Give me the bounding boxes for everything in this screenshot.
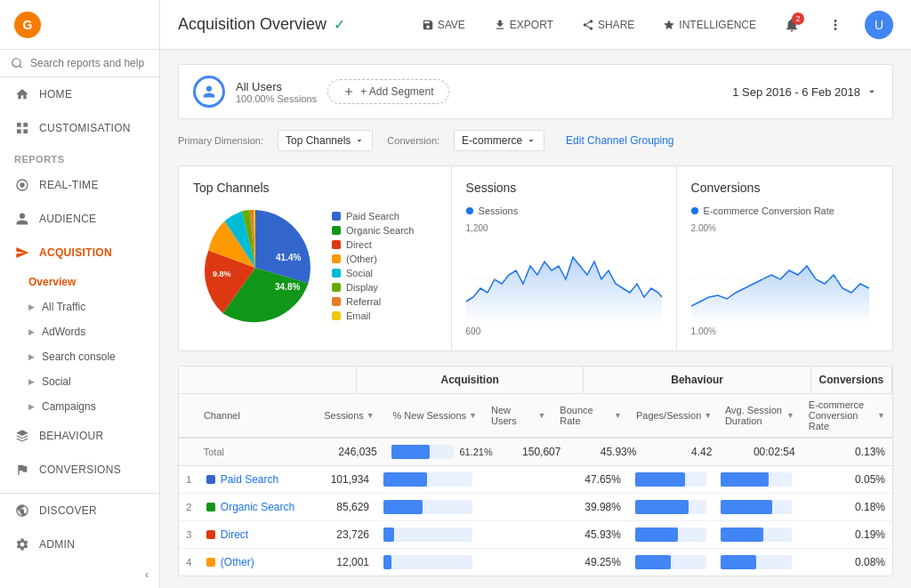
verified-badge: ✓	[334, 16, 345, 33]
sidebar-sub-overview[interactable]: Overview	[0, 270, 159, 294]
share-button[interactable]: SHARE	[575, 15, 641, 35]
row-channel-2: Organic Search	[199, 494, 306, 520]
channel-link-direct[interactable]: Direct	[221, 528, 248, 541]
main-content: Acquisition Overview ✓ SAVE EXPORT SHARE…	[160, 0, 911, 588]
sidebar-bottom: DISCOVER ADMIN ‹	[0, 493, 159, 588]
row-sessions-4: 12,001	[306, 549, 376, 576]
conv-y-max: 2.00%	[691, 223, 878, 233]
sidebar-item-realtime[interactable]: REAL-TIME	[0, 168, 159, 202]
row-pages-bar-4	[628, 550, 713, 575]
row-new-sessions-bar-1	[376, 467, 480, 492]
sidebar-item-home[interactable]: HOME	[0, 77, 159, 111]
search-bar[interactable]	[0, 50, 159, 77]
sessions-col-header[interactable]: Sessions ▼	[317, 394, 385, 437]
top-bar: Acquisition Overview ✓ SAVE EXPORT SHARE…	[160, 0, 911, 50]
legend-item-direct: Direct	[332, 239, 414, 250]
edit-channel-grouping-link[interactable]: Edit Channel Grouping	[566, 134, 673, 147]
sidebar-sub-campaigns-label: Campaigns	[42, 400, 96, 413]
intelligence-icon	[663, 19, 675, 31]
primary-dimension-value: Top Channels	[286, 134, 351, 147]
legend-item-social: Social	[332, 268, 414, 278]
sidebar-item-admin[interactable]: ADMIN	[0, 528, 159, 561]
svg-point-0	[12, 59, 20, 67]
notification-button[interactable]: 2	[778, 11, 806, 39]
row-bounce-3: 45.93%	[550, 521, 628, 548]
sidebar-sub-alltraffic[interactable]: ▶ All Traffic	[0, 294, 159, 319]
date-range-text: 1 Sep 2016 - 6 Feb 2018	[732, 85, 860, 99]
date-range-picker[interactable]: 1 Sep 2016 - 6 Feb 2018	[732, 85, 878, 99]
conversion-dropdown-icon	[526, 135, 536, 146]
total-label: Total	[197, 439, 316, 464]
more-options-button[interactable]	[820, 13, 851, 36]
table-col-headers: Channel Sessions ▼ % New Sessions ▼ New …	[179, 394, 892, 439]
row-new-users-2	[480, 500, 550, 514]
total-new-users: 150,607	[500, 439, 568, 465]
conversions-legend: E-commerce Conversion Rate	[691, 205, 878, 216]
svg-rect-4	[17, 129, 21, 133]
row-sessions-3: 23,726	[306, 521, 376, 548]
conversions-panel: Conversions E-commerce Conversion Rate 2…	[677, 166, 892, 350]
intelligence-button[interactable]: INTELLIGENCE	[656, 15, 763, 35]
total-avg-session: 00:02:54	[719, 439, 802, 465]
conversion-select[interactable]: E-commerce	[454, 130, 544, 151]
page-title: Acquisition Overview	[178, 15, 327, 34]
segment-left: All Users 100.00% Sessions + Add Segment	[193, 76, 449, 108]
sidebar-label-realtime: REAL-TIME	[39, 179, 99, 191]
sidebar-label-discover: DISCOVER	[39, 504, 97, 517]
channel-link-paid-search[interactable]: Paid Search	[221, 473, 278, 486]
sidebar-item-behaviour[interactable]: BEHAVIOUR	[0, 419, 159, 453]
avatar[interactable]: U	[865, 11, 893, 39]
bounce-rate-col-header[interactable]: Bounce Rate ▼	[552, 394, 629, 437]
sidebar-sub-alltraffic-label: All Traffic	[42, 301, 85, 313]
conversions-dot	[691, 207, 698, 214]
sidebar-sub-adwords[interactable]: ▶ AdWords	[0, 319, 159, 344]
add-segment-button[interactable]: + Add Segment	[327, 79, 448, 104]
grid-icon	[14, 120, 30, 136]
sidebar-item-discover[interactable]: DISCOVER	[0, 494, 159, 528]
row-ecomm-4: 0.08%	[799, 549, 892, 576]
conv-y-mid: 1.00%	[691, 326, 878, 336]
search-input[interactable]	[30, 57, 149, 69]
layers-icon	[14, 428, 30, 444]
sidebar-sub-social[interactable]: ▶ Social	[0, 369, 159, 394]
channel-link-organic-search[interactable]: Organic Search	[221, 501, 294, 513]
sidebar-item-audience[interactable]: AUDIENCE	[0, 202, 159, 236]
sidebar-collapse-button[interactable]: ‹	[0, 561, 159, 588]
segment-name: All Users	[236, 80, 317, 93]
channel-col-header[interactable]: Channel	[197, 394, 317, 437]
add-segment-label: + Add Segment	[360, 85, 433, 98]
avg-session-col-header[interactable]: Avg. Session Duration ▼	[718, 394, 802, 437]
reports-section-label: Reports	[0, 145, 159, 168]
new-sessions-col-header[interactable]: % New Sessions ▼	[386, 394, 484, 437]
sidebar-sub-searchconsole[interactable]: ▶ Search console	[0, 344, 159, 369]
sidebar-item-conversions[interactable]: CONVERSIONS	[0, 453, 159, 487]
new-users-col-header[interactable]: New Users ▼	[484, 394, 552, 437]
pages-session-col-header[interactable]: Pages/Session ▼	[629, 394, 718, 437]
row-channel-1: Paid Search	[199, 466, 306, 493]
sidebar-item-acquisition[interactable]: ACQUISITION	[0, 236, 159, 270]
export-button[interactable]: EXPORT	[487, 15, 560, 35]
row-ecomm-3: 0.19%	[799, 521, 892, 548]
realtime-icon	[14, 177, 30, 193]
primary-dimension-label: Primary Dimension:	[178, 135, 263, 146]
sidebar-item-customisation[interactable]: CUSTOMISATION	[0, 111, 159, 145]
gear-icon	[14, 536, 30, 552]
acquisition-group-header: Acquisition	[357, 366, 584, 393]
total-sessions: 246,035	[316, 439, 384, 465]
index-header	[179, 394, 197, 437]
row-pages-bar-3	[628, 522, 713, 547]
row-index-1: 1	[179, 467, 199, 492]
primary-dimension-select[interactable]: Top Channels	[278, 130, 373, 151]
sidebar-label-audience: AUDIENCE	[39, 213, 96, 225]
row-new-sessions-bar-4	[376, 550, 480, 575]
sidebar-sub-campaigns[interactable]: ▶ Campaigns	[0, 394, 159, 419]
table-row: 3 Direct 23,726 45.93% 0.19%	[179, 521, 892, 549]
sidebar-label-home: HOME	[39, 88, 72, 101]
discover-icon	[14, 503, 30, 519]
save-button[interactable]: SAVE	[415, 15, 472, 35]
row-index-3: 3	[179, 522, 199, 547]
sidebar: G HOME CUSTOMISATION Reports REAL-TIME A…	[0, 0, 160, 588]
ecomm-col-header[interactable]: E-commerce Conversion Rate ▼	[802, 394, 892, 437]
channel-link-other[interactable]: (Other)	[221, 556, 254, 568]
sessions-y-mid: 600	[466, 326, 662, 336]
